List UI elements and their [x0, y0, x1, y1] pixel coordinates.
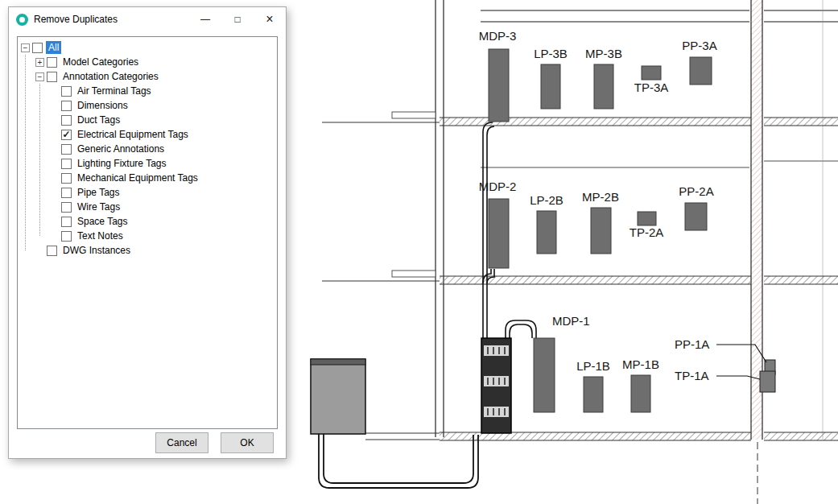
ok-button[interactable]: OK	[221, 432, 274, 453]
screen: MDP-3LP-3BMP-3BTP-3APP-3AMDP-2LP-2BMP-2B…	[0, 0, 838, 504]
equipment-mdp-1[interactable]	[534, 338, 555, 412]
checkbox-duct-tags[interactable]	[61, 115, 72, 126]
floor-slab-1	[365, 432, 838, 440]
equipment-lp-1b[interactable]	[584, 377, 603, 412]
checkbox-wire-tags[interactable]	[61, 202, 72, 213]
tree-item-label[interactable]: Model Categories	[60, 56, 141, 68]
tree-item-model-categories[interactable]: +Model Categories	[18, 55, 277, 69]
category-tree: −All+Model Categories−Annotation Categor…	[17, 36, 278, 429]
checkbox-all[interactable]	[32, 43, 43, 53]
dialog-title: Remove Duplicates	[34, 14, 189, 25]
tree-item-label[interactable]: Text Notes	[75, 229, 126, 242]
equipment-tag-mp-2b: MP-2B	[582, 190, 619, 204]
equipment-layer: MDP-3LP-3BMP-3BTP-3APP-3AMDP-2LP-2BMP-2B…	[479, 29, 717, 412]
tree-item-label[interactable]: Pipe Tags	[75, 186, 122, 199]
checkbox-text-notes[interactable]	[61, 231, 72, 242]
tree-item-label[interactable]: Generic Annotations	[75, 143, 167, 155]
tree-item-duct-tags[interactable]: Duct Tags	[18, 113, 277, 127]
equipment-tag-mdp-2: MDP-2	[479, 180, 517, 193]
tree-item-label[interactable]: Lighting Fixture Tags	[75, 157, 169, 170]
left-wall	[436, 0, 444, 437]
equipment-mdp-3[interactable]	[489, 49, 509, 122]
tree-item-all[interactable]: −All	[18, 40, 277, 55]
checkbox-mechanical-equipment-tags[interactable]	[61, 173, 72, 184]
remove-duplicates-dialog: Remove Duplicates — □ × −All+Model Categ…	[8, 6, 287, 459]
equipment-pp-2a[interactable]	[685, 203, 707, 230]
remove-duplicates-app-icon	[16, 14, 28, 26]
equipment-tag-pp-3a: PP-3A	[682, 39, 716, 52]
tree-item-label[interactable]: Wire Tags	[75, 200, 122, 213]
checkbox-generic-annotations[interactable]	[61, 144, 72, 155]
checkbox-space-tags[interactable]	[61, 217, 72, 227]
tree-item-text-notes[interactable]: Text Notes	[18, 229, 277, 243]
close-icon[interactable]: ×	[254, 7, 286, 31]
tree-item-pipe-tags[interactable]: Pipe Tags	[18, 185, 277, 200]
equipment-pp-3a[interactable]	[690, 57, 712, 85]
equipment-tag-mp-1b: MP-1B	[622, 357, 659, 371]
checkbox-air-terminal-tags[interactable]	[61, 86, 72, 97]
feeder-conduit	[319, 434, 478, 488]
equipment-tag-mdp-1: MDP-1	[552, 314, 590, 328]
equipment-tag-tp-1a: TP-1A	[675, 369, 709, 382]
tree-item-label[interactable]: DWG Instances	[60, 244, 133, 257]
tree-item-label[interactable]: Duct Tags	[75, 114, 122, 126]
equipment-tag-lp-1b: LP-1B	[576, 359, 610, 373]
cancel-button[interactable]: Cancel	[155, 432, 208, 453]
equipment-tag-tp-3a: TP-3A	[634, 81, 669, 94]
tree-item-label[interactable]: Electrical Equipment Tags	[75, 128, 191, 141]
tree-item-label[interactable]: Space Tags	[75, 215, 130, 228]
mdp-1-panel-detail[interactable]	[481, 338, 511, 433]
tree-item-label[interactable]: All	[46, 41, 61, 54]
equipment-tag-pp-2a: PP-2A	[679, 184, 713, 198]
equipment-mp-2b[interactable]	[591, 208, 611, 254]
tree-item-annotation-categories[interactable]: −Annotation Categories	[18, 69, 277, 84]
tree-item-electrical-equipment-tags[interactable]: ✓Electrical Equipment Tags	[18, 127, 277, 142]
tree-item-label[interactable]: Dimensions	[75, 99, 130, 112]
equipment-mp-1b[interactable]	[631, 375, 650, 412]
dialog-titlebar[interactable]: Remove Duplicates — □ ×	[9, 7, 286, 31]
tree-item-air-terminal-tags[interactable]: Air Terminal Tags	[18, 84, 277, 98]
transformer[interactable]	[311, 359, 365, 434]
checkbox-model-categories[interactable]	[47, 57, 57, 68]
equipment-tag-mp-3b: MP-3B	[585, 47, 622, 60]
equipment-tag-pp-1a: PP-1A	[675, 337, 709, 351]
expand-icon[interactable]: +	[35, 58, 44, 67]
maximize-icon[interactable]: □	[221, 7, 254, 31]
tree-item-generic-annotations[interactable]: Generic Annotations	[18, 142, 277, 156]
equipment-tp-2a[interactable]	[638, 212, 656, 225]
checkbox-dwg-instances[interactable]	[47, 246, 57, 256]
equipment-tag-tp-2a: TP-2A	[630, 225, 664, 239]
tree-item-dimensions[interactable]: Dimensions	[18, 98, 277, 113]
checkbox-lighting-fixture-tags[interactable]	[61, 159, 72, 169]
equipment-tag-lp-3b: LP-3B	[534, 47, 568, 60]
tree-item-label[interactable]: Annotation Categories	[60, 70, 161, 83]
tree-item-label[interactable]: Mechanical Equipment Tags	[75, 171, 200, 184]
checkbox-dimensions[interactable]	[61, 101, 72, 111]
tree-item-lighting-fixture-tags[interactable]: Lighting Fixture Tags	[18, 156, 277, 171]
checkbox-electrical-equipment-tags[interactable]: ✓	[61, 130, 72, 140]
checkbox-pipe-tags[interactable]	[61, 188, 72, 198]
equipment-mp-3b[interactable]	[594, 64, 613, 109]
tree-item-label[interactable]: Air Terminal Tags	[75, 85, 154, 97]
equipment-tp-3a[interactable]	[642, 66, 661, 80]
tree-item-dwg-instances[interactable]: DWG Instances	[18, 243, 277, 258]
equipment-tag-lp-2b: LP-2B	[530, 193, 563, 207]
equipment-mdp-2[interactable]	[489, 199, 509, 268]
collapse-icon[interactable]: −	[21, 43, 30, 52]
equipment-lp-2b[interactable]	[537, 211, 556, 254]
checkbox-annotation-categories[interactable]	[47, 72, 57, 82]
equipment-lp-3b[interactable]	[541, 64, 560, 109]
tree-item-wire-tags[interactable]: Wire Tags	[18, 200, 277, 214]
minimize-icon[interactable]: —	[189, 7, 221, 31]
collapse-icon[interactable]: −	[35, 72, 44, 81]
equipment-tag-mdp-3: MDP-3	[479, 29, 517, 43]
tree-item-space-tags[interactable]: Space Tags	[18, 214, 277, 229]
tree-item-mechanical-equipment-tags[interactable]: Mechanical Equipment Tags	[18, 171, 277, 185]
